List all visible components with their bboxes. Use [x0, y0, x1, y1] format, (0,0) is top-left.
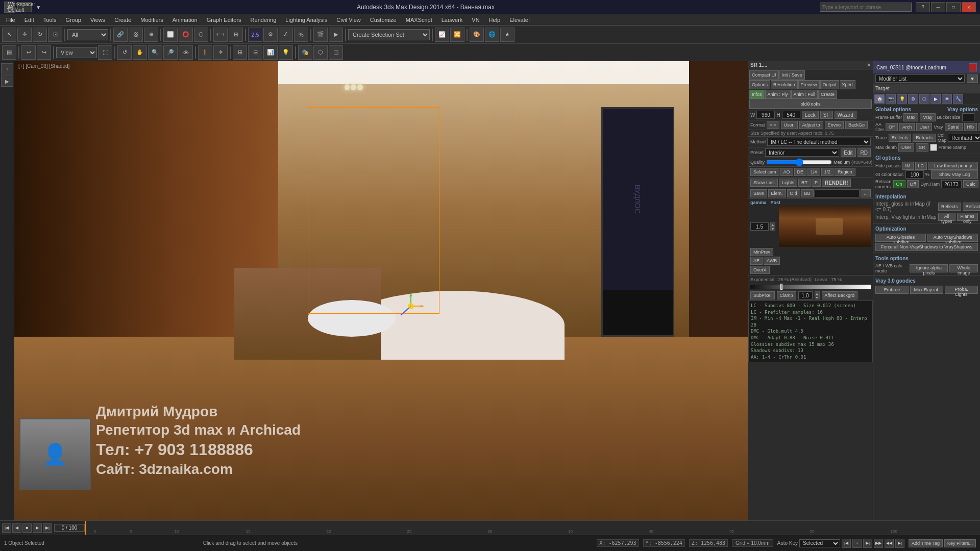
- safe-frames[interactable]: ⊟: [248, 45, 262, 60]
- ignore-alpha-btn[interactable]: Ignore alpha pixels: [910, 264, 948, 272]
- interp-refracts-btn[interactable]: Refracts: [963, 203, 980, 211]
- maximize-btn[interactable]: □: [946, 2, 961, 12]
- curve-editor[interactable]: 📈: [435, 28, 449, 42]
- clamp-btn[interactable]: Clamp: [777, 291, 796, 299]
- auto-vrayshadows-btn[interactable]: Auto VrayShadows Subdivs: [927, 234, 978, 242]
- key-end-btn[interactable]: ▶|: [895, 539, 904, 548]
- lights-btn[interactable]: Lights: [779, 179, 797, 187]
- viewport-type-dropdown[interactable]: View: [56, 47, 97, 58]
- snap-toggle[interactable]: 2.5: [248, 28, 262, 42]
- bb-btn[interactable]: BB: [801, 189, 814, 197]
- viewport-lighting[interactable]: 💡: [279, 45, 293, 60]
- key-filters-btn[interactable]: Key Filters...: [944, 539, 976, 547]
- layers-btn[interactable]: ▤: [2, 45, 16, 60]
- exposure-slider[interactable]: [750, 285, 871, 289]
- rotate-tool[interactable]: ↻: [33, 28, 47, 42]
- refracts-global-btn[interactable]: Refracts: [913, 134, 936, 142]
- gi-color-input[interactable]: [905, 170, 924, 179]
- stop-anim-btn[interactable]: ■: [22, 523, 32, 533]
- prop-icon-display[interactable]: 👁: [942, 94, 952, 104]
- autokey-dropdown[interactable]: Selected: [799, 539, 840, 547]
- sr-on-color[interactable]: [930, 144, 937, 151]
- old-btn[interactable]: Old: [787, 189, 800, 197]
- old-looks-btn[interactable]: old⚙ooks: [749, 99, 872, 109]
- show-vray-log-btn[interactable]: Show Vray Log: [931, 170, 978, 179]
- render-env[interactable]: 🌐: [485, 28, 499, 42]
- embree-btn[interactable]: Embree: [875, 286, 909, 294]
- all-types-btn[interactable]: All types: [938, 213, 955, 221]
- planes-only-btn[interactable]: Planes only: [957, 213, 978, 221]
- arc-rotate[interactable]: ↺: [117, 45, 132, 60]
- prop-icon-motion[interactable]: ▶: [930, 94, 941, 104]
- height-input[interactable]: [782, 111, 800, 119]
- format-arrows[interactable]: < >: [767, 121, 779, 129]
- p-btn[interactable]: P: [812, 179, 821, 187]
- quarter-btn[interactable]: 1/4: [807, 168, 820, 176]
- show-statistics[interactable]: 📊: [263, 45, 278, 60]
- gamma-value-input[interactable]: [750, 222, 769, 231]
- menu-graph-editors[interactable]: Graph Editors: [203, 16, 246, 24]
- next-frame-btn[interactable]: ▶|: [43, 523, 52, 533]
- play-back-btn[interactable]: ◀: [12, 523, 21, 533]
- max-depth-user-btn[interactable]: User: [898, 143, 914, 152]
- xpert-btn[interactable]: Xpert: [840, 80, 856, 89]
- col-map-dropdown[interactable]: Reinhard: [948, 134, 980, 142]
- redo-btn[interactable]: ↪: [37, 45, 51, 60]
- quality-slider[interactable]: [766, 159, 832, 165]
- gi-lc-btn[interactable]: LC: [915, 162, 927, 170]
- method-dropdown[interactable]: IM / LC -- The default method: [767, 138, 871, 146]
- help-btn[interactable]: ?: [916, 2, 930, 12]
- awb-btn[interactable]: AWB: [764, 257, 780, 265]
- material-editor[interactable]: 🎨: [470, 28, 484, 42]
- wizard-btn[interactable]: Wizard: [835, 111, 856, 119]
- menu-maxscript[interactable]: MAXScript: [402, 16, 436, 24]
- scale-tool[interactable]: ⊡: [48, 28, 62, 42]
- menu-civil[interactable]: Civil View: [332, 16, 364, 24]
- snap-settings[interactable]: ⚙: [263, 28, 278, 42]
- angle-snap[interactable]: ∠: [279, 28, 293, 42]
- menu-animation[interactable]: Animation: [168, 16, 202, 24]
- de-btn[interactable]: DE: [794, 168, 807, 176]
- gamma-down[interactable]: ▼: [770, 227, 775, 231]
- anim-fly-btn[interactable]: Anim : Fly: [765, 90, 791, 99]
- low-thread-btn[interactable]: Low thread priority: [928, 162, 978, 170]
- init-save-btn[interactable]: Init / Save: [779, 70, 805, 80]
- gi-im-btn[interactable]: IM: [902, 162, 914, 170]
- menu-modifiers[interactable]: Modifiers: [136, 16, 167, 24]
- compact-ui-btn[interactable]: Compact UI: [749, 70, 779, 80]
- undo-btn[interactable]: ↩: [21, 45, 36, 60]
- move-tool[interactable]: ✛: [17, 28, 32, 42]
- add-time-tag-btn[interactable]: Add Time Tag: [909, 539, 943, 547]
- menu-edit[interactable]: Edit: [20, 16, 38, 24]
- obj-color-swatch[interactable]: [969, 63, 977, 71]
- viewport-maximize[interactable]: ⛶: [98, 45, 112, 60]
- prop-icon-camera[interactable]: 📷: [886, 94, 896, 104]
- bucket-input[interactable]: [962, 113, 974, 121]
- show-last-btn[interactable]: Show Last: [750, 179, 778, 187]
- resolution-btn[interactable]: Resolution: [771, 80, 798, 89]
- schematic[interactable]: 🔀: [450, 28, 464, 42]
- format-enviro[interactable]: Enviro: [825, 121, 844, 129]
- preset-edit-btn[interactable]: Edit: [841, 148, 855, 157]
- preset-dropdown[interactable]: Interior: [765, 148, 839, 157]
- aa-off-btn[interactable]: Off: [886, 123, 898, 131]
- ae-btn[interactable]: AE: [750, 257, 763, 265]
- render-frame[interactable]: ▶: [329, 28, 343, 42]
- left-play[interactable]: ▶: [1, 76, 13, 87]
- retrace-off-btn[interactable]: Off: [907, 180, 919, 188]
- save-btn[interactable]: Save: [750, 189, 767, 197]
- render-extra-btn[interactable]: ...: [861, 189, 871, 197]
- prop-icon-light[interactable]: 💡: [897, 94, 907, 104]
- create-selection-dropdown[interactable]: Create Selection Set: [348, 29, 430, 40]
- aa-user-btn[interactable]: User: [916, 123, 932, 131]
- preset-rd-btn[interactable]: RD: [857, 148, 871, 157]
- aa-arch-btn[interactable]: Arch: [899, 123, 915, 131]
- calc-btn[interactable]: Calc: [963, 180, 978, 188]
- render-name-input[interactable]: [815, 189, 860, 197]
- proba-lights-btn[interactable]: Proba. Lights: [945, 286, 978, 294]
- spiral-btn[interactable]: Spiral: [945, 123, 963, 131]
- shading-viewport[interactable]: 🎭: [298, 45, 312, 60]
- format-user[interactable]: User.: [781, 121, 798, 129]
- render-btn[interactable]: RENDER!: [822, 179, 851, 187]
- filter-dropdown[interactable]: All: [67, 29, 108, 40]
